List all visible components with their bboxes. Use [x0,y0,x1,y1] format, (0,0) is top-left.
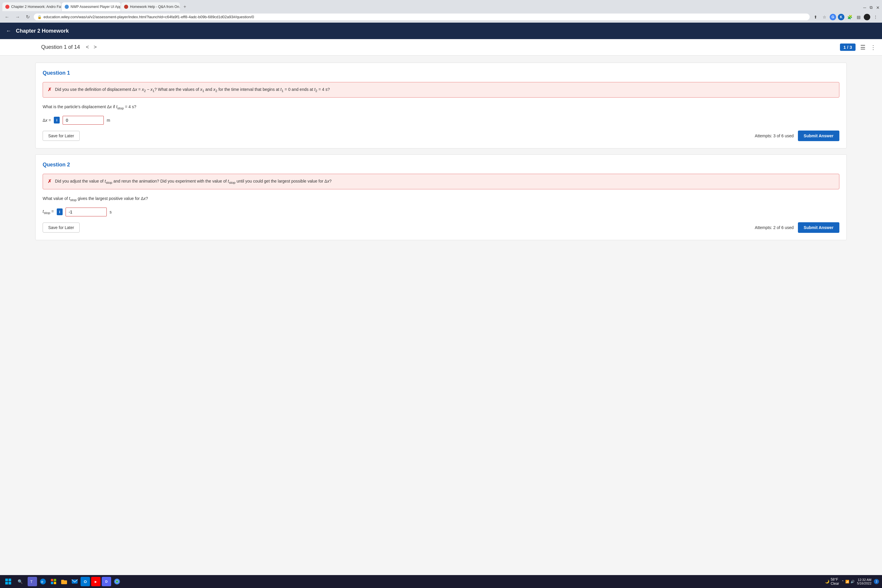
question-2-save-later-button[interactable]: Save for Later [43,222,80,232]
address-bar[interactable]: 🔒 education.wiley.com/was/ui/v2/assessme… [34,14,810,20]
question-2-unit: s [110,210,112,214]
question-1-submit-button[interactable]: Submit Answer [798,130,839,141]
question-2-hint-box: ✗ Did you adjust the value of tstop and … [43,174,839,189]
date-display: 5/16/2022 [857,582,872,585]
question-1-save-later-button[interactable]: Save for Later [43,131,80,141]
tab-label-3: Homework Help - Q&A from On… [130,5,180,9]
list-view-icon[interactable]: ☰ [860,44,866,51]
profile-avatar[interactable] [864,14,870,20]
more-options-icon[interactable]: ⋮ [870,44,876,51]
question-2-hint-text: Did you adjust the value of tstop and re… [55,178,332,185]
question-nav-bar: Question 1 of 14 < > 1 / 3 ☰ ⋮ [0,39,882,56]
question-1-hint-text: Did you use the definition of displaceme… [55,86,330,93]
taskbar-search-button[interactable]: 🔍 [15,577,25,585]
address-bar-row: ← → ↻ 🔒 education.wiley.com/was/ui/v2/as… [0,11,882,22]
sidebar-toggle-icon[interactable]: ▤ [855,14,862,21]
question-2-info-button[interactable]: i [57,208,63,215]
taskbar-file-explorer-icon[interactable] [59,577,69,585]
start-button[interactable] [3,576,14,585]
svg-rect-1 [9,579,11,581]
window-controls: ─ ⧉ ✕ [863,5,880,11]
extension-icon[interactable]: 🧩 [846,14,853,21]
k-icon[interactable]: K [838,14,844,20]
taskbar-windows-apps-icon[interactable] [49,577,58,585]
tray-up-arrow[interactable]: ⌃ [842,580,844,584]
taskbar-clock: 12:32 AM 5/16/2022 [857,578,872,585]
question-1-hint-box: ✗ Did you use the definition of displace… [43,82,839,98]
folder-icon [61,578,68,585]
weather-icon: 🌙 [825,579,830,584]
youtube-label: ▶ [94,580,97,583]
question-2-card: Question 2 ✗ Did you adjust the value of… [35,154,847,240]
restore-button[interactable]: ⧉ [870,5,873,10]
hint-1-error-icon: ✗ [48,87,51,92]
volume-icon: 🔊 [850,580,855,584]
weather-condition: Clear [831,582,839,585]
edge-icon: e [40,578,46,585]
minimize-button[interactable]: ─ [863,5,866,10]
back-nav-button[interactable]: ← [3,13,11,21]
taskbar-teams-icon[interactable]: T [28,577,37,585]
taskbar-youtube-icon[interactable]: ▶ [91,577,100,585]
taskbar-weather: 🌙 58°F Clear [825,578,839,585]
question-1-answer-label: Δx = [43,118,51,123]
svg-rect-7 [51,579,53,581]
question-1-label: Question 1 [43,70,839,76]
outlook-label: O [84,579,87,584]
main-content: Question 1 ✗ Did you use the definition … [0,56,882,585]
question-1-answer-input[interactable] [63,116,104,124]
menu-icon[interactable]: ⋮ [872,14,879,21]
teams-icon: T [29,579,35,585]
question-counter: Question 1 of 14 [41,44,80,50]
app-back-button[interactable]: ← [6,28,11,34]
taskbar-mail-icon[interactable] [70,577,80,585]
g-icon[interactable]: G [830,14,836,20]
question-2-label: Question 2 [43,162,839,168]
forward-nav-button[interactable]: → [14,13,22,21]
question-1-footer-right: Attempts: 3 of 6 used Submit Answer [755,130,839,141]
question-2-attempts: Attempts: 2 of 6 used [755,225,794,230]
tab-homework-help[interactable]: Homework Help - Q&A from On… ✕ [121,2,180,11]
bookmark-icon[interactable]: ☆ [821,14,828,21]
question-2-footer: Save for Later Attempts: 2 of 6 used Sub… [43,222,839,233]
share-icon[interactable]: ⬆ [812,14,819,21]
browser-chrome: Chapter 2 Homework: Andro Fah… ✕ NWP Ass… [0,0,882,22]
question-1-card: Question 1 ✗ Did you use the definition … [35,63,847,148]
tab-nwp[interactable]: NWP Assessment Player UI Appl… ✕ [62,2,120,11]
weather-temp: 58°F [831,578,839,582]
question-2-footer-right: Attempts: 2 of 6 used Submit Answer [755,222,839,233]
close-button[interactable]: ✕ [876,5,880,10]
page-indicator: 1 / 3 [840,44,855,51]
svg-rect-9 [51,582,53,584]
notification-badge[interactable]: 3 [874,579,879,584]
discord-label: D [105,580,108,583]
prev-question-button[interactable]: < [86,44,89,50]
question-1-unit: m [107,118,110,123]
question-2-answer-row: tstop = i s [43,208,839,216]
tab-chapter2[interactable]: Chapter 2 Homework: Andro Fah… ✕ [2,2,61,11]
question-2-answer-input[interactable] [66,208,107,216]
svg-rect-10 [54,582,56,584]
svg-rect-12 [61,580,64,581]
windows-logo-icon [5,579,11,585]
tab-label-2: NWP Assessment Player UI Appl… [70,5,120,9]
taskbar-outlook-icon[interactable]: O [81,577,90,585]
apps-icon [50,578,57,585]
svg-rect-2 [5,582,8,585]
question-1-text: What is the particle's displacement Δx i… [43,104,839,111]
system-tray: ⌃ 📶 🔊 [842,580,855,584]
question-2-text: What value of tstop gives the largest po… [43,195,839,202]
question-1-info-button[interactable]: i [54,117,60,123]
reload-button[interactable]: ↻ [24,13,32,21]
taskbar-chrome-icon[interactable] [112,577,122,585]
tab-favicon-1 [5,5,9,9]
question-1-footer: Save for Later Attempts: 3 of 6 used Sub… [43,130,839,141]
new-tab-button[interactable]: + [180,2,189,11]
tab-favicon-2 [64,5,69,9]
taskbar-discord-icon[interactable]: D [102,577,111,585]
hint-2-error-icon: ✗ [48,178,51,184]
nav-right-controls: 1 / 3 ☰ ⋮ [840,44,876,51]
question-2-submit-button[interactable]: Submit Answer [798,222,839,233]
taskbar-edge-icon[interactable]: e [38,577,48,585]
next-question-button[interactable]: > [94,44,97,50]
